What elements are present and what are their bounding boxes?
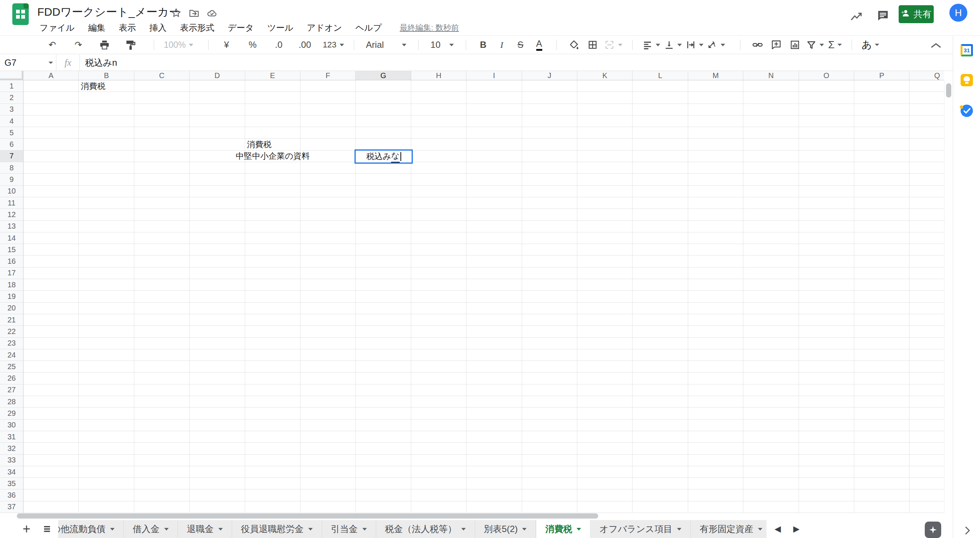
- row-header-11[interactable]: 11: [0, 197, 23, 209]
- row-header-33[interactable]: 33: [0, 455, 23, 466]
- increase-decimal-button[interactable]: .00: [297, 37, 313, 52]
- calendar-icon[interactable]: 31: [961, 44, 973, 56]
- text-color-button[interactable]: A: [532, 37, 547, 52]
- add-sheet-button[interactable]: +: [19, 522, 33, 536]
- row-header-9[interactable]: 9: [0, 174, 23, 185]
- column-header-C[interactable]: C: [134, 71, 189, 80]
- cell-G7-editing[interactable]: 税込みな: [355, 149, 412, 164]
- row-header-15[interactable]: 15: [0, 244, 23, 255]
- print-button[interactable]: [96, 37, 113, 52]
- paint-format-button[interactable]: [123, 37, 139, 52]
- merge-cells-button[interactable]: [604, 37, 622, 52]
- column-header-B[interactable]: B: [79, 71, 134, 80]
- tab-menu-caret-icon[interactable]: [461, 528, 466, 530]
- sheets-logo-icon[interactable]: [12, 3, 29, 25]
- horizontal-align-button[interactable]: [642, 37, 660, 52]
- text-wrap-button[interactable]: [686, 37, 703, 52]
- column-header-P[interactable]: P: [854, 71, 910, 80]
- menu-データ[interactable]: データ: [225, 21, 256, 34]
- column-header-M[interactable]: M: [688, 71, 743, 80]
- decrease-decimal-button[interactable]: .0: [270, 37, 287, 52]
- tabs-scroll-right-icon[interactable]: ▶: [790, 522, 803, 536]
- menu-ファイル[interactable]: ファイル: [37, 21, 77, 34]
- column-header-J[interactable]: J: [522, 71, 578, 80]
- row-header-23[interactable]: 23: [0, 338, 23, 349]
- share-button[interactable]: 共有: [899, 5, 934, 23]
- comments-icon[interactable]: [875, 8, 891, 24]
- column-header-O[interactable]: O: [799, 71, 854, 80]
- row-header-28[interactable]: 28: [0, 396, 23, 408]
- row-header-12[interactable]: 12: [0, 209, 23, 220]
- cell-B1[interactable]: 消費税: [79, 80, 134, 92]
- sheet-tab-退職金[interactable]: 退職金: [178, 520, 232, 538]
- row-header-10[interactable]: 10: [0, 186, 23, 197]
- cloud-saved-icon[interactable]: [206, 7, 218, 19]
- cell-E6[interactable]: 消費税: [245, 139, 301, 150]
- strikethrough-button[interactable]: S: [513, 37, 528, 52]
- menu-アドオン[interactable]: アドオン: [304, 21, 344, 34]
- column-header-Q[interactable]: Q: [910, 71, 944, 80]
- sheet-tab-別表5(2)[interactable]: 別表5(2): [475, 520, 536, 538]
- vertical-align-button[interactable]: [664, 37, 682, 52]
- row-header-14[interactable]: 14: [0, 232, 23, 244]
- keep-icon[interactable]: [961, 74, 973, 86]
- hide-menus-icon[interactable]: [928, 39, 944, 51]
- sheet-tab-役員退職慰労金[interactable]: 役員退職慰労金: [232, 520, 322, 538]
- row-header-34[interactable]: 34: [0, 466, 23, 478]
- row-header-22[interactable]: 22: [0, 326, 23, 337]
- column-header-I[interactable]: I: [466, 71, 522, 80]
- row-header-16[interactable]: 16: [0, 256, 23, 268]
- sheet-tab-有形固定資産[interactable]: 有形固定資産: [691, 520, 767, 538]
- row-header-24[interactable]: 24: [0, 349, 23, 361]
- tasks-icon[interactable]: [961, 105, 973, 117]
- tab-menu-caret-icon[interactable]: [308, 528, 313, 530]
- menu-表示[interactable]: 表示: [116, 21, 138, 34]
- sheet-tab-税金（法人税等）[interactable]: 税金（法人税等）: [376, 520, 475, 538]
- sheet-tab-引当金[interactable]: 引当金: [322, 520, 376, 538]
- format-currency-button[interactable]: ¥: [218, 37, 235, 52]
- row-header-20[interactable]: 20: [0, 303, 23, 314]
- more-formats-button[interactable]: 123: [323, 37, 344, 52]
- insert-comment-button[interactable]: [769, 37, 784, 52]
- tab-menu-caret-icon[interactable]: [363, 528, 367, 530]
- sheet-tab-オフバランス項目[interactable]: オフバランス項目: [590, 520, 690, 538]
- column-header-G[interactable]: G: [356, 71, 411, 80]
- column-header-H[interactable]: H: [411, 71, 466, 80]
- font-family-select[interactable]: Arial: [364, 37, 409, 52]
- select-all-corner[interactable]: [0, 71, 24, 80]
- row-header-19[interactable]: 19: [0, 291, 23, 302]
- tabs-scroll-left-icon[interactable]: ◀: [771, 522, 784, 536]
- column-header-L[interactable]: L: [633, 71, 688, 80]
- row-header-18[interactable]: 18: [0, 279, 23, 291]
- collapse-side-panel-icon[interactable]: [961, 524, 974, 537]
- cell-E7[interactable]: 中堅中小企業の資料: [245, 150, 301, 162]
- undo-button[interactable]: ↶: [44, 37, 60, 52]
- vertical-scrollbar-thumb[interactable]: [946, 83, 951, 97]
- tab-menu-caret-icon[interactable]: [758, 528, 762, 530]
- row-header-32[interactable]: 32: [0, 443, 23, 454]
- row-header-17[interactable]: 17: [0, 268, 23, 279]
- row-header-7[interactable]: 7: [0, 150, 23, 162]
- borders-button[interactable]: [585, 37, 600, 52]
- menu-編集[interactable]: 編集: [86, 21, 108, 34]
- menu-ツール[interactable]: ツール: [265, 21, 296, 34]
- tab-menu-caret-icon[interactable]: [110, 528, 115, 530]
- tab-menu-caret-icon[interactable]: [164, 528, 169, 530]
- zoom-select[interactable]: 100%: [164, 37, 193, 52]
- column-header-N[interactable]: N: [743, 71, 799, 80]
- sheet-tab-の他流動負債[interactable]: の他流動負債: [58, 520, 124, 538]
- bold-button[interactable]: B: [476, 37, 491, 52]
- row-header-35[interactable]: 35: [0, 478, 23, 489]
- tab-menu-caret-icon[interactable]: [218, 528, 223, 530]
- row-header-5[interactable]: 5: [0, 127, 23, 139]
- horizontal-scrollbar-thumb[interactable]: [17, 513, 598, 519]
- all-sheets-button[interactable]: [40, 522, 54, 536]
- input-tools-button[interactable]: あ: [862, 37, 880, 52]
- menu-ヘルプ[interactable]: ヘルプ: [353, 21, 384, 34]
- insert-link-button[interactable]: [750, 37, 765, 52]
- star-icon[interactable]: [170, 7, 183, 19]
- row-header-31[interactable]: 31: [0, 431, 23, 443]
- row-header-30[interactable]: 30: [0, 420, 23, 431]
- redo-button[interactable]: ↷: [70, 37, 87, 52]
- font-size-select[interactable]: 10: [428, 37, 456, 52]
